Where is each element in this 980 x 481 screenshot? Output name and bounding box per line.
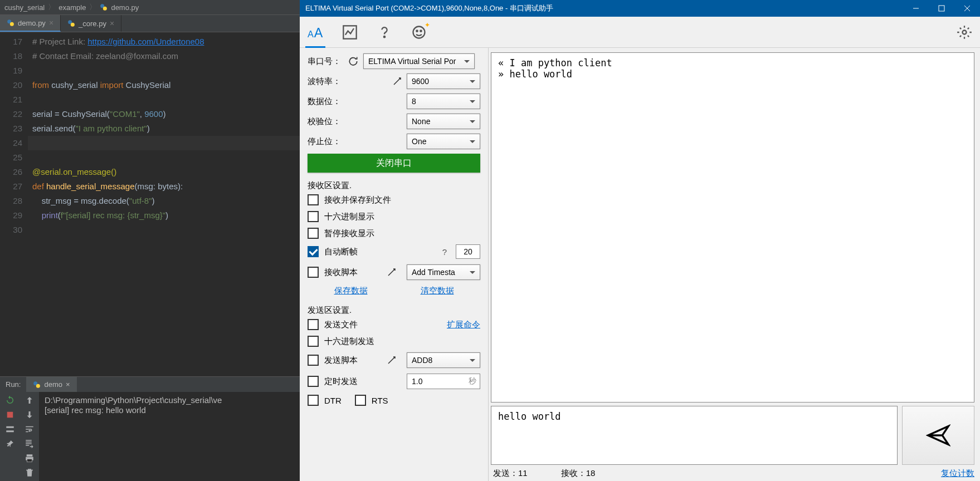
chk-label: 定时发送: [324, 376, 358, 387]
run-tab[interactable]: demo ×: [26, 377, 76, 392]
unit-label: 秒: [469, 376, 476, 386]
close-icon[interactable]: ×: [66, 380, 70, 389]
autoframe-input[interactable]: [456, 244, 480, 259]
input-value: 1.0: [412, 377, 422, 386]
chart-icon[interactable]: [342, 24, 358, 40]
svg-rect-14: [939, 6, 944, 11]
scroll-icon[interactable]: [25, 439, 35, 449]
breadcrumb-item[interactable]: demo.py: [111, 3, 139, 12]
port-select[interactable]: ELTIMA Virtual Serial Por: [363, 53, 475, 69]
code-area[interactable]: # Project Link: https://github.com/Under…: [28, 32, 300, 376]
help-icon[interactable]: [377, 24, 392, 40]
recv-script-select[interactable]: Add Timesta: [407, 264, 480, 280]
tab-label: demo.py: [18, 19, 46, 27]
recv-script-checkbox[interactable]: [308, 267, 319, 278]
svg-rect-8: [7, 412, 13, 418]
close-button[interactable]: [954, 0, 980, 17]
close-icon[interactable]: ×: [49, 18, 53, 27]
wrap-icon[interactable]: [25, 424, 35, 434]
wand-icon[interactable]: [387, 355, 397, 365]
layout-icon[interactable]: [5, 424, 15, 434]
timed-send-input[interactable]: 1.0秒: [407, 374, 480, 389]
editor-tab-core[interactable]: _core.py ×: [61, 15, 121, 32]
recv-hex-checkbox[interactable]: [308, 211, 319, 222]
ext-cmd-link[interactable]: 扩展命令: [447, 320, 480, 330]
run-panel: Run: demo × D:\Programming\: [0, 376, 300, 481]
status-bar: 发送：11 接收：18 复位计数: [489, 467, 980, 481]
send-script-checkbox[interactable]: [308, 355, 319, 366]
rerun-icon[interactable]: [5, 395, 15, 405]
send-textarea[interactable]: hello world: [491, 406, 898, 465]
wand-icon[interactable]: [387, 267, 397, 277]
python-icon: [67, 19, 75, 27]
smiley-icon[interactable]: ✦: [411, 24, 427, 40]
port-label: 串口号：: [308, 56, 348, 67]
send-script-select[interactable]: ADD8: [407, 352, 480, 368]
breadcrumb-item[interactable]: example: [58, 3, 86, 12]
stopbits-select[interactable]: One: [407, 134, 480, 149]
window-title: ELTIMA Virtual Serial Port (COM2->COM1),…: [305, 3, 903, 13]
select-value: Add Timesta: [412, 268, 455, 277]
tab-label: _core.py: [79, 19, 106, 28]
send-icon: [926, 423, 950, 448]
svg-rect-13: [27, 459, 32, 462]
font-icon[interactable]: AA: [308, 24, 323, 40]
ide-panel: cushy_serial 〉 example 〉 demo.py demo.py…: [0, 0, 300, 481]
save-data-link[interactable]: 保存数据: [334, 286, 368, 296]
recv-save-checkbox[interactable]: [308, 194, 319, 205]
recv-pause-checkbox[interactable]: [308, 228, 319, 239]
maximize-button[interactable]: [929, 0, 954, 17]
databits-select[interactable]: 8: [407, 94, 480, 109]
breadcrumb-sep: 〉: [48, 2, 55, 12]
timed-send-checkbox[interactable]: [308, 376, 319, 387]
recv-autoframe-checkbox[interactable]: [308, 246, 319, 257]
send-file-checkbox[interactable]: [308, 319, 319, 330]
python-icon: [7, 19, 14, 27]
baud-select[interactable]: 9600: [407, 73, 480, 89]
run-toolbar-left: [0, 392, 19, 481]
stop-icon[interactable]: [5, 410, 15, 420]
run-output[interactable]: D:\Programming\Python\Project\cushy_seri…: [39, 392, 300, 481]
run-header: Run: demo ×: [0, 377, 300, 392]
dtr-checkbox[interactable]: [308, 395, 319, 406]
close-port-button[interactable]: 关闭串口: [308, 154, 480, 173]
recv-count: 接收：18: [561, 468, 596, 479]
minimize-button[interactable]: [903, 0, 929, 17]
output-line: [serial] rec msg: hello world: [45, 405, 146, 415]
help-icon[interactable]: ?: [442, 247, 447, 257]
trash-icon[interactable]: [25, 468, 35, 478]
svg-point-5: [71, 23, 75, 27]
recv-textarea[interactable]: « I am python client » hello world: [491, 52, 974, 403]
parity-select[interactable]: None: [407, 114, 480, 129]
output-line: D:\Programming\Python\Project\cushy_seri…: [45, 395, 222, 405]
send-button[interactable]: [902, 406, 974, 465]
down-icon[interactable]: [25, 410, 35, 420]
rts-checkbox[interactable]: [355, 395, 366, 406]
wand-icon[interactable]: [392, 76, 402, 86]
svg-point-21: [420, 30, 421, 31]
breadcrumb-item[interactable]: cushy_serial: [4, 3, 45, 12]
breadcrumb[interactable]: cushy_serial 〉 example 〉 demo.py: [0, 0, 300, 15]
titlebar[interactable]: ELTIMA Virtual Serial Port (COM2->COM1),…: [300, 0, 980, 17]
chk-label: RTS: [372, 396, 388, 405]
data-area: « I am python client » hello world hello…: [488, 48, 980, 481]
reset-count-link[interactable]: 复位计数: [941, 468, 974, 479]
svg-rect-9: [6, 426, 14, 428]
send-hex-checkbox[interactable]: [308, 336, 319, 347]
up-icon[interactable]: [25, 395, 35, 405]
chk-label: 发送文件: [324, 320, 358, 330]
select-value: ADD8: [412, 356, 432, 365]
close-icon[interactable]: ×: [110, 19, 114, 28]
reload-icon[interactable]: [348, 56, 359, 67]
editor[interactable]: 1718192021222324252627282930 # Project L…: [0, 32, 300, 376]
print-icon[interactable]: [25, 453, 35, 463]
clear-data-link[interactable]: 清空数据: [421, 286, 454, 296]
chk-label: DTR: [324, 396, 342, 405]
pin-icon[interactable]: [5, 439, 15, 449]
editor-tab-demo[interactable]: demo.py ×: [0, 15, 61, 32]
stopbits-label: 停止位：: [308, 136, 348, 147]
sent-count: 发送：11: [493, 468, 528, 479]
settings-icon[interactable]: [957, 24, 972, 40]
chk-label: 暂停接收显示: [324, 228, 374, 239]
select-value: ELTIMA Virtual Serial Por: [368, 57, 456, 66]
